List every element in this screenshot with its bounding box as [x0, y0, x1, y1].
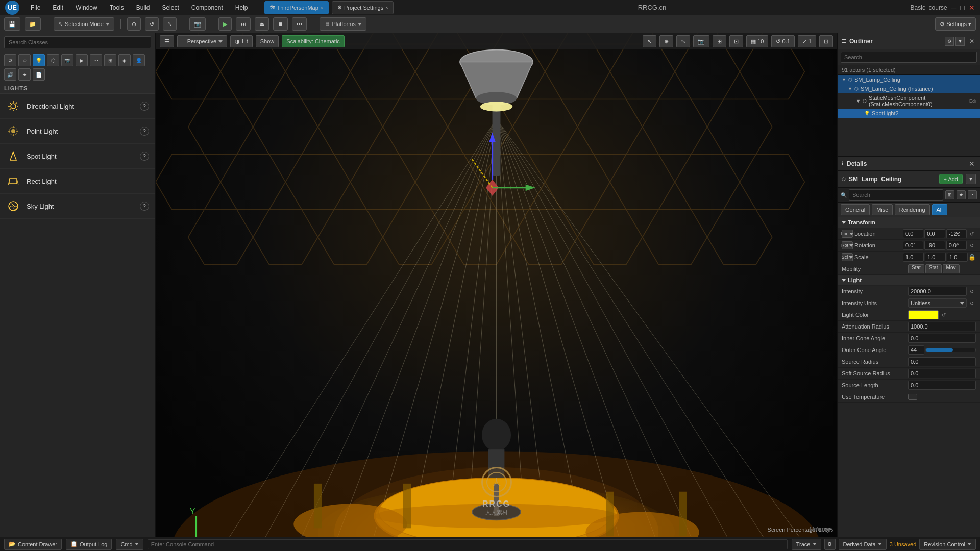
vp-camera3-btn[interactable]: 📷 [693, 35, 709, 47]
scale-x-value[interactable]: 1.0 [903, 253, 924, 262]
source-radius-value[interactable]: 0.0 [908, 357, 976, 366]
tab-thirdpersonmap[interactable]: 🗺 ThirdPersonMap × [264, 1, 329, 14]
fx-btn[interactable]: ✦ [18, 68, 31, 81]
eject-btn[interactable]: ⏏ [255, 17, 269, 31]
tab-misc[interactable]: Misc [872, 204, 893, 215]
star-btn[interactable]: ★ [957, 190, 966, 199]
menu-edit[interactable]: Edit [50, 3, 66, 12]
location-x-value[interactable]: 0.0 [903, 229, 923, 238]
tab-rendering[interactable]: Rendering [895, 204, 930, 215]
refresh-btn[interactable]: ↺ [4, 54, 16, 66]
outer-cone-slider[interactable] [925, 348, 976, 352]
vp-move-btn[interactable]: ↖ [643, 35, 656, 47]
outliner-settings-btn[interactable]: ⚙ [945, 37, 954, 46]
sky-light-item[interactable]: Sky Light ? [0, 194, 155, 219]
vp-rotate2-btn[interactable]: ⊕ [659, 35, 673, 47]
attenuation-value[interactable]: 1000.0 [908, 322, 976, 331]
blueprints-btn[interactable]: 📄 [33, 68, 45, 81]
outliner-filter-btn[interactable]: ▼ [955, 37, 965, 46]
maximize-btn[interactable]: □ [961, 4, 965, 12]
tab-general[interactable]: General [841, 204, 870, 215]
skip-btn[interactable]: ⏭ [236, 17, 251, 31]
outliner-item-static-mesh[interactable]: ▼ ⬡ StaticMeshComponent (StaticMeshCompo… [838, 93, 980, 109]
scale-btn[interactable]: ⤡ [163, 17, 177, 31]
transform-btn[interactable]: ⊕ [127, 17, 141, 31]
intensity-value[interactable]: 20000.0 [908, 287, 967, 296]
settings-btn[interactable]: ⚙ Settings ▾ [935, 17, 976, 31]
tab-project-settings[interactable]: ⚙ Project Settings × [332, 1, 394, 14]
outliner-item-lamp-instance[interactable]: ▼ ⬡ SM_Lamp_Ceiling (Instance) [838, 84, 980, 93]
rect-light-item[interactable]: Rect Light [0, 169, 155, 194]
soft-source-value[interactable]: 0.0 [908, 369, 976, 378]
scalability-btn[interactable]: Scalability: Cinematic [282, 35, 345, 47]
play-btn[interactable]: ▶ [218, 17, 232, 31]
spot-light-item[interactable]: Spot Light ? [0, 144, 155, 169]
scale-lock-btn[interactable]: 🔒 [968, 253, 976, 261]
outer-cone-value[interactable]: 44 [908, 345, 924, 355]
menu-file[interactable]: File [28, 3, 43, 12]
outliner-search-input[interactable] [841, 52, 977, 63]
location-y-value[interactable]: 0.0 [924, 229, 945, 238]
point-light-item[interactable]: Point Light ? [0, 119, 155, 144]
tab-all[interactable]: All [932, 204, 947, 215]
details-close-btn[interactable]: ✕ [968, 160, 976, 168]
menu-tools[interactable]: Tools [107, 3, 127, 12]
mobility-mov-btn[interactable]: Mov [943, 264, 960, 273]
details-search-input[interactable] [849, 189, 943, 201]
content-btn[interactable]: 📁 [24, 17, 41, 31]
sky-light-info-btn[interactable]: ? [140, 202, 149, 211]
platforms-btn[interactable]: 🖥 Platforms [320, 17, 366, 31]
show-btn[interactable]: Show [256, 35, 279, 47]
camera-btn[interactable]: 📷 [189, 17, 206, 31]
light-color-reset-btn[interactable]: ↺ [940, 311, 948, 319]
vp-scale2-btn[interactable]: ⤡ [676, 35, 690, 47]
directional-light-info-btn[interactable]: ? [140, 102, 149, 111]
lit-btn[interactable]: ◑ Lit [230, 35, 253, 47]
filter-component-btn[interactable]: ▼ [966, 174, 976, 184]
source-length-value[interactable]: 0.0 [908, 381, 976, 390]
mobility-stat2-btn[interactable]: Stat [925, 264, 942, 273]
scale-z-value[interactable]: 1.0 [947, 253, 968, 262]
vp-grid2-btn[interactable]: ⊡ [729, 35, 743, 47]
menu-select[interactable]: Select [159, 3, 182, 12]
selection-mode-btn[interactable]: ↖ Selection Mode [54, 17, 114, 31]
output-log-btn[interactable]: 📋 Output Log [66, 539, 112, 550]
mobility-stat-btn[interactable]: Stat [908, 264, 924, 273]
stop-btn[interactable]: ⏹ [273, 17, 288, 31]
console-input[interactable] [148, 539, 788, 549]
perspective-btn[interactable]: □ Perspective [177, 35, 227, 47]
trace-settings-btn[interactable]: ⚙ [824, 539, 836, 550]
light-type-btn[interactable]: 💡 [33, 54, 45, 66]
intensity-units-dropdown[interactable]: Unitless [908, 298, 967, 308]
spot-light-info-btn[interactable]: ? [140, 152, 149, 161]
more-prop-btn[interactable]: ⋯ [968, 190, 977, 199]
rotation-y-value[interactable]: -90 [924, 241, 945, 250]
rotation-x-value[interactable]: 0.0° [903, 241, 923, 250]
minimize-btn[interactable]: ─ [951, 4, 957, 12]
play2-btn[interactable]: ▶ [76, 54, 88, 66]
location-z-value[interactable]: -12€ [946, 229, 967, 238]
location-dropdown[interactable]: Loc [842, 230, 853, 238]
vp-rot-snap-btn[interactable]: ↺ 0.1 [771, 35, 794, 47]
close-btn[interactable]: ✕ [969, 4, 975, 12]
vp-snap-btn[interactable]: ▦ 10 [746, 35, 768, 47]
light-color-swatch[interactable] [908, 310, 939, 319]
revision-control-btn[interactable]: Revision Control [919, 539, 976, 550]
vp-scale-snap-btn[interactable]: ⤢ 1 [798, 35, 816, 47]
menu-build[interactable]: Build [133, 3, 153, 12]
derived-data-btn[interactable]: Derived Data [839, 539, 887, 550]
point-light-info-btn[interactable]: ? [140, 127, 149, 136]
scale-dropdown[interactable]: Scl [842, 253, 853, 261]
outliner-item-lamp[interactable]: ▼ ⬡ SM_Lamp_Ceiling [838, 75, 980, 84]
content-drawer-btn[interactable]: 📂 Content Drawer [4, 539, 62, 550]
intensity-units-reset-btn[interactable]: ↺ [968, 299, 976, 307]
inner-cone-value[interactable]: 0.0 [908, 334, 976, 343]
more-btn[interactable]: ••• [292, 17, 307, 31]
menu-window[interactable]: Window [72, 3, 101, 12]
directional-light-item[interactable]: Directional Light ? [0, 94, 155, 119]
save-btn[interactable]: 💾 [4, 17, 20, 31]
scale-y-value[interactable]: 1.0 [925, 253, 946, 262]
location-reset-btn[interactable]: ↺ [968, 230, 976, 238]
rotation-z-value[interactable]: 0.0° [946, 241, 967, 250]
bookmark-btn[interactable]: ☆ [18, 54, 31, 66]
